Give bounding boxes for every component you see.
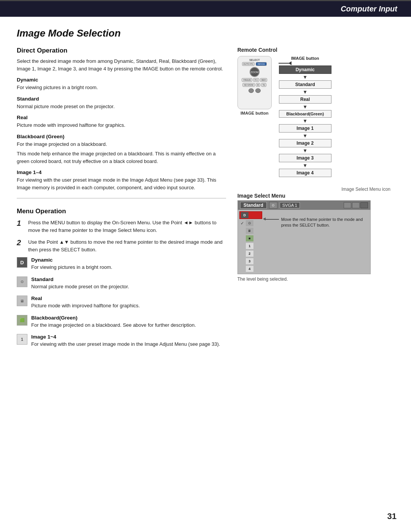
flow-arrow-6: ▼ (303, 148, 307, 153)
menu-screenshot: Standard ⊙ SVGA 1 (237, 200, 371, 274)
menu-icon-a (344, 202, 351, 208)
remote-image: SELECT AUTO PC IMAGE ZOOM FREEZE (237, 56, 272, 109)
real-menu-icon: 🖥 (246, 228, 253, 234)
flow-image2: Image 2 (279, 139, 331, 147)
menu-topbar-svga: SVGA 1 (280, 202, 300, 208)
blackboard-icon-label: Blackboard(Green) (31, 315, 196, 321)
menu-topbar: Standard ⊙ SVGA 1 (238, 201, 370, 210)
direct-operation-body: Select the desired image mode from among… (17, 58, 226, 72)
dynamic-icon-item: D Dynamic For viewing pictures in a brig… (17, 257, 226, 273)
standard-icon-label: Standard (31, 276, 129, 282)
image14-text: For viewing with the user preset image m… (17, 176, 226, 191)
real-text: Picture mode with improved halftone for … (17, 121, 226, 129)
menu-icon-c (360, 202, 368, 208)
menu-item-image3: 3 (239, 258, 262, 265)
step2-text: Use the Point ▲▼ buttons to move the red… (28, 238, 226, 253)
flow-dynamic: Dynamic (279, 66, 331, 74)
annotation-arrow-line (265, 219, 279, 220)
real-icon-item: 🖥 Real Picture mode with improved halfto… (17, 296, 226, 312)
page-title: Image Mode Selection (17, 27, 394, 39)
image14-icon: 1 (17, 334, 27, 345)
flow-arrow-3: ▼ (303, 104, 307, 109)
remote-image-label: IMAGE button (241, 111, 268, 115)
remote-control-section: Remote Control SELECT AUTO PC IMAGE (237, 47, 394, 177)
flow-blackboard: Blackboard(Green) (279, 110, 331, 118)
menu-operation-heading: Menu Operation (17, 208, 226, 215)
menu-topbar-icon1: ⊙ (269, 202, 277, 209)
flow-arrow-5: ▼ (303, 133, 307, 138)
dynamic-icon-label: Dynamic (31, 257, 112, 263)
flow-arrow-1: ▼ (303, 75, 307, 80)
menu-items-list: D ✓ ⊙ 🖥 (239, 211, 262, 272)
image14-icon-label: Image 1~4 (31, 334, 220, 340)
menu-item-image2: 2 (239, 250, 262, 257)
step1-text: Press the MENU button to display the On-… (28, 218, 226, 234)
annotation-with-arrow: Move the red frame pointer to the mode a… (265, 217, 366, 228)
image14-subsection: Image 1–4 For viewing with the user pres… (17, 169, 226, 191)
flow-image1: Image 1 (279, 124, 331, 133)
step2-number: 2 (17, 238, 24, 248)
image-button-flow: Dynamic ▼ Standard ▼ Real ▼ Blackboard(G… (279, 65, 332, 177)
image-select-icon-label: Image Select Menu icon (237, 187, 390, 192)
dynamic-text: For viewing pictures in a bright room. (17, 84, 226, 91)
header-title: Computer Input (341, 5, 397, 13)
standard-icon: ⊙ (17, 276, 27, 287)
real-icon-label: Real (31, 296, 140, 301)
flow-arrow-2: ▼ (303, 89, 307, 94)
level-selected-text: The level being selected. (237, 276, 394, 282)
annotation-text: Move the red frame pointer to the mode a… (281, 217, 366, 228)
standard-label: Standard (17, 96, 226, 102)
image-button-label: IMAGE button (279, 56, 332, 61)
standard-check: ✓ (241, 221, 245, 226)
menu-item-dynamic: D (239, 211, 262, 219)
blackboard-icon: 🟩 (17, 315, 27, 326)
blackboard-text1: For the image projected on a blackboard. (17, 141, 226, 148)
flow-image4: Image 4 (279, 169, 331, 177)
menu-icon-b (352, 202, 360, 208)
image1-menu-icon: 1 (246, 243, 253, 249)
menu-step-2: 2 Use the Point ▲▼ buttons to move the r… (17, 238, 226, 253)
dynamic-label: Dynamic (17, 77, 226, 83)
real-icon-text: Picture mode with improved halftone for … (31, 302, 140, 310)
standard-icon-item: ⊙ Standard Normal picture mode preset on… (17, 276, 226, 293)
image-select-menu-label: Image Select Menu (237, 193, 394, 199)
standard-menu-icon: ⊙ (246, 220, 253, 226)
image14-label: Image 1–4 (17, 169, 226, 175)
real-subsection: Real Picture mode with improved halftone… (17, 115, 226, 129)
arrow-head (263, 217, 266, 220)
page-number: 31 (387, 511, 397, 521)
image14-icon-item: 1 Image 1~4 For viewing with the user pr… (17, 334, 226, 350)
flow-arrow-4: ▼ (303, 118, 307, 123)
dynamic-icon: D (17, 257, 27, 268)
flow-arrow-7: ▼ (303, 163, 307, 168)
blackboard-icon-text: For the image projected on a blackboard.… (31, 321, 196, 329)
blackboard-menu-icon: ■ (246, 235, 253, 241)
standard-subsection: Standard Normal picture mode preset on t… (17, 96, 226, 110)
image-select-section: Image Select Menu icon Image Select Menu… (237, 187, 394, 282)
dynamic-icon-text: For viewing pictures in a bright room. (31, 264, 112, 271)
menu-topbar-standard: Standard (240, 202, 267, 209)
flow-standard: Standard (279, 80, 331, 89)
image4-menu-icon: 4 (246, 266, 253, 272)
standard-icon-text: Normal picture mode preset on the projec… (31, 283, 129, 291)
menu-item-image4: 4 (239, 265, 262, 272)
blackboard-icon-item: 🟩 Blackboard(Green) For the image projec… (17, 315, 226, 331)
blackboard-text2: This mode help enhance the image project… (17, 150, 226, 165)
menu-annotation-area: Move the red frame pointer to the mode a… (262, 211, 369, 272)
blackboard-subsection: Blackboard (Green) For the image project… (17, 134, 226, 165)
standard-text: Normal picture mode preset on the projec… (17, 103, 226, 110)
flow-real: Real (279, 95, 331, 104)
image3-menu-icon: 3 (246, 258, 253, 264)
menu-item-real: 🖥 (239, 227, 262, 234)
section-divider (17, 198, 226, 198)
flow-image3: Image 3 (279, 154, 331, 162)
menu-item-image1: 1 (239, 243, 262, 249)
real-label: Real (17, 115, 226, 120)
menu-item-blackboard: ■ (239, 235, 262, 242)
dynamic-subsection: Dynamic For viewing pictures in a bright… (17, 77, 226, 91)
real-icon: 🖥 (17, 296, 27, 306)
dynamic-menu-icon: D (241, 212, 249, 218)
image2-menu-icon: 2 (246, 251, 253, 257)
menu-step-1: 1 Press the MENU button to display the O… (17, 218, 226, 234)
remote-control-label: Remote Control (237, 47, 394, 53)
